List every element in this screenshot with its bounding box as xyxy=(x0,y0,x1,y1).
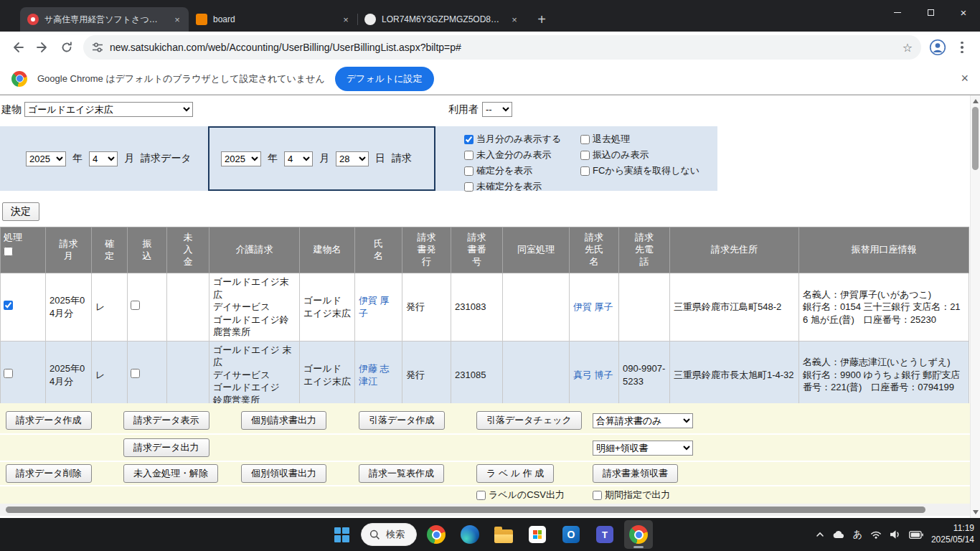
set-default-button[interactable]: デフォルトに設定 xyxy=(335,67,434,91)
filter-unpaid-only[interactable]: 未入金分のみ表示 xyxy=(464,149,573,161)
col-header-care-billing: 介護請求 xyxy=(209,227,300,273)
period-output-checkbox[interactable]: 期間指定で出力 xyxy=(593,489,970,501)
invoice-type-select[interactable]: 合算請求書のみ xyxy=(593,413,693,428)
decide-button[interactable]: 決定 xyxy=(2,202,39,221)
tab-lor[interactable]: LOR74M6Y3GZPMGZ5OD8PWh × xyxy=(357,7,526,32)
taskbar-app-explorer[interactable] xyxy=(489,520,518,549)
row-select-checkbox[interactable] xyxy=(4,369,13,378)
billing-list-create-button[interactable]: 請求一覧表作成 xyxy=(359,464,444,483)
billing-data-create-button[interactable]: 請求データ作成 xyxy=(6,411,92,430)
cell-same-room xyxy=(503,341,570,403)
forward-button[interactable] xyxy=(30,35,55,60)
vertical-scrollbar[interactable] xyxy=(970,95,980,518)
resident-name-link[interactable]: 伊賀 厚子 xyxy=(359,295,390,319)
billing-data-output-button[interactable]: 請求データ出力 xyxy=(123,438,209,457)
cell-account-info: 名義人：伊賀厚子(いがあつこ) 銀行名：0154 三十三銀行 支店名：216 旭… xyxy=(799,273,969,342)
billing-day-select[interactable]: 28 xyxy=(336,151,369,166)
billing-name-link[interactable]: 伊賀 厚子 xyxy=(573,301,613,312)
cell-transfer xyxy=(128,341,167,403)
user-select[interactable]: -- xyxy=(482,102,512,117)
col-header-account-info: 振替用口座情報 xyxy=(799,227,969,273)
unpaid-process-release-button[interactable]: 未入金処理・解除 xyxy=(123,464,218,483)
taskbar-app-store[interactable] xyxy=(523,520,552,549)
debit-data-create-button[interactable]: 引落データ作成 xyxy=(359,411,445,430)
notification-close-icon[interactable]: × xyxy=(961,71,969,86)
invoice-receipt-button[interactable]: 請求書兼領収書 xyxy=(593,464,678,483)
cell-care-billing: ゴールドエイジ 末広 デイサービス ゴールドエイジ 鈴鹿営業所 xyxy=(209,341,300,403)
back-arrow-icon xyxy=(11,40,25,55)
cell-process xyxy=(1,341,46,403)
transfer-checkbox[interactable] xyxy=(131,369,140,378)
individual-receipt-output-button[interactable]: 個別領収書出力 xyxy=(241,464,326,483)
wifi-icon[interactable] xyxy=(870,530,882,539)
filter-show-confirmed[interactable]: 確定分を表示 xyxy=(464,164,573,177)
system-tray: あ 11:19 2025/05/14 xyxy=(816,518,974,551)
kebab-menu-icon xyxy=(953,39,971,56)
col-header-invoice-issue: 請求書発行 xyxy=(402,227,451,273)
taskbar-app-edge[interactable] xyxy=(456,520,484,549)
tab-close-icon[interactable]: × xyxy=(171,14,183,25)
tray-chevron-up-icon[interactable] xyxy=(816,532,824,537)
cell-unpaid xyxy=(167,273,209,342)
profile-button[interactable] xyxy=(925,35,950,60)
label-create-button[interactable]: ラ ベ ル 作 成 xyxy=(476,464,554,483)
horizontal-scrollbar-thumb[interactable] xyxy=(6,507,925,513)
site-info-icon[interactable] xyxy=(92,42,103,53)
billing-data-delete-button[interactable]: 請求データ削除 xyxy=(6,464,92,483)
address-bar[interactable]: new.satsukichan.com/web/Accounting/UserB… xyxy=(83,35,921,60)
url-text[interactable]: new.satsukichan.com/web/Accounting/UserB… xyxy=(110,42,896,53)
receipt-type-select[interactable]: 明細+領収書 xyxy=(593,441,693,456)
billing-name-link[interactable]: 真弓 博子 xyxy=(573,369,613,380)
labels-csv-checkbox[interactable]: ラベルのCSV出力 xyxy=(476,489,593,501)
year-suffix: 年 xyxy=(268,152,278,165)
scroll-down-arrow-icon[interactable] xyxy=(973,510,979,514)
tab-close-icon[interactable]: × xyxy=(340,14,352,25)
back-button[interactable] xyxy=(6,35,30,60)
filter-show-unconfirmed[interactable]: 未確定分を表示 xyxy=(464,180,573,193)
filter-no-fc-results[interactable]: FCから実績を取得しない xyxy=(580,164,699,177)
filter-transfer-only[interactable]: 振込のみ表示 xyxy=(580,149,699,161)
individual-invoice-output-button[interactable]: 個別請求書出力 xyxy=(241,411,326,430)
row-select-checkbox[interactable] xyxy=(4,301,13,310)
taskbar-search[interactable]: 検索 xyxy=(361,523,417,546)
browser-menu-button[interactable] xyxy=(950,35,974,60)
billing-year-select[interactable]: 2025 xyxy=(221,151,261,166)
taskbar-app-chrome[interactable] xyxy=(422,520,451,549)
billing-month-select[interactable]: 4 xyxy=(284,151,313,166)
vertical-scrollbar-thumb[interactable] xyxy=(972,107,979,170)
tab-board[interactable]: board × xyxy=(189,7,357,32)
new-tab-button[interactable]: + xyxy=(532,9,552,29)
taskbar-app-teams[interactable]: T xyxy=(590,520,619,549)
search-icon xyxy=(369,529,380,540)
window-close-button[interactable]: × xyxy=(947,0,980,24)
start-button[interactable] xyxy=(327,520,356,549)
billing-data-month-select[interactable]: 4 xyxy=(89,151,118,166)
scroll-up-arrow-icon[interactable] xyxy=(973,99,979,103)
reload-button[interactable] xyxy=(55,35,79,60)
taskbar-app-outlook[interactable]: O xyxy=(557,520,585,549)
select-all-checkbox[interactable] xyxy=(4,247,13,256)
battery-icon[interactable] xyxy=(909,531,923,539)
filter-current-month-only[interactable]: 当月分のみ表示する xyxy=(464,133,573,146)
bookmark-star-icon[interactable]: ☆ xyxy=(903,41,913,55)
cell-invoice-number: 231083 xyxy=(451,273,503,342)
onedrive-cloud-icon[interactable] xyxy=(832,530,845,539)
filter-moveout-process[interactable]: 退去処理 xyxy=(580,133,699,146)
horizontal-scrollbar[interactable] xyxy=(0,504,970,516)
building-select[interactable]: ゴールドエイジ末広 xyxy=(24,102,193,117)
billing-data-show-button[interactable]: 請求データ表示 xyxy=(123,411,209,430)
tab-close-icon[interactable]: × xyxy=(509,14,520,25)
outlook-icon: O xyxy=(562,526,580,543)
board-favicon-icon xyxy=(196,14,207,25)
volume-icon[interactable] xyxy=(890,529,901,540)
maximize-button[interactable] xyxy=(914,0,947,24)
taskbar-app-chrome-active[interactable] xyxy=(624,520,653,549)
ime-indicator[interactable]: あ xyxy=(853,528,862,541)
tab-satsukichan[interactable]: サ高住専用経営ソフトさつきちゃん × xyxy=(20,7,189,32)
taskbar-clock[interactable]: 11:19 2025/05/14 xyxy=(931,523,974,545)
transfer-checkbox[interactable] xyxy=(131,301,140,310)
resident-name-link[interactable]: 伊藤 志津江 xyxy=(359,363,390,387)
billing-data-year-select[interactable]: 2025 xyxy=(26,151,66,166)
debit-data-check-button[interactable]: 引落データチェック xyxy=(476,411,582,430)
minimize-button[interactable] xyxy=(881,0,914,24)
